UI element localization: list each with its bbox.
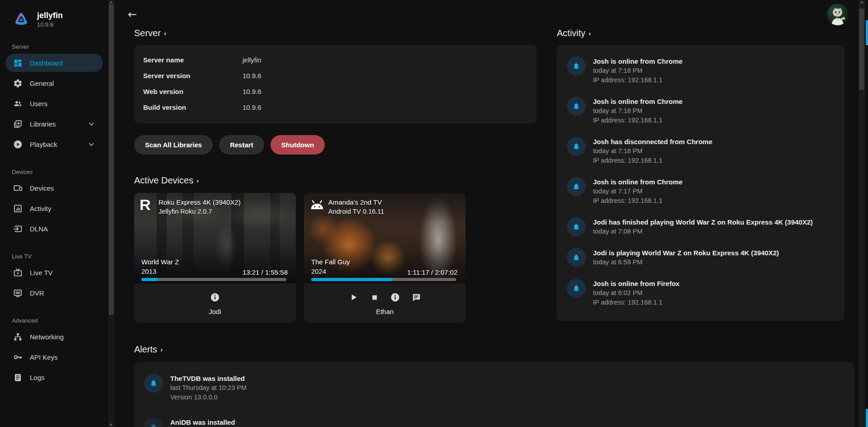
device-card-roku[interactable]: R Roku Express 4K (3940X2) Jellyfin Roku… [134,193,296,323]
app-version: 10.9.6 [37,21,63,28]
chevron-down-icon [88,121,95,127]
info-value: 10.9.6 [243,72,261,80]
android-icon [309,198,325,211]
scroll-down-icon[interactable] [109,424,113,426]
device-card-android-tv[interactable]: Amanda's 2nd TV Android TV 0.16.11 The F… [304,193,466,323]
activity-item: Josh is online from Firefox today at 6:0… [567,279,835,307]
activity-ip: IP address: 192.168.1.1 [593,196,682,206]
sidebar-item-live-tv[interactable]: Live TV [5,263,103,282]
server-info-row: Server version 10.9.6 [143,68,527,84]
server-info-row: Web version 10.9.6 [143,84,527,99]
sidebar-item-label: General [30,80,54,87]
active-devices-section-link[interactable]: Active Devices › [134,175,537,186]
activity-ip: IP address: 192.168.1.1 [593,156,712,165]
play-button[interactable] [348,292,359,303]
users-icon [13,99,23,108]
activity-title: Josh is online from Chrome [593,177,682,187]
notification-badge [144,418,163,427]
server-info-row: Server name jellyfin [143,52,527,68]
session-user: Jodi [209,308,221,315]
restart-button[interactable]: Restart [219,135,264,155]
info-value: jellyfin [243,56,261,64]
sidebar-item-label: API Keys [30,353,58,361]
sidebar-item-devices[interactable]: Devices [5,179,103,197]
chevron-right-icon: › [164,29,166,37]
app-logo-row: jellyfin 10.9.6 [0,8,108,28]
stop-button[interactable] [369,292,380,303]
message-button[interactable] [411,292,421,303]
jellyfin-logo-icon [14,11,29,27]
right-edge-accent [866,409,868,427]
sidebar-item-networking[interactable]: Networking [5,328,103,346]
sidebar-item-api-keys[interactable]: API Keys [5,348,103,366]
scan-all-libraries-button[interactable]: Scan All Libraries [134,135,213,155]
activity-title: Jodi is playing World War Z on Roku Expr… [593,248,779,258]
playback-time: 13:21 / 1:55:58 [243,268,288,276]
sidebar-item-playback[interactable]: Playback [5,135,103,153]
scroll-up-icon[interactable] [860,1,863,3]
notification-badge [567,137,586,156]
sidebar-item-users[interactable]: Users [5,94,103,113]
activity-section-link[interactable]: Activity › [557,28,845,38]
activity-time: today at 7:08 PM [593,227,813,236]
sidebar-section-live-tv: Live TV [0,253,108,260]
main-scrollbar-thumb[interactable] [859,9,864,90]
activity-title: Josh is online from Chrome [593,56,682,66]
sidebar-item-label: Networking [30,333,64,341]
sidebar-scrollbar[interactable] [108,0,114,427]
sidebar-item-dlna[interactable]: DLNA [5,220,103,238]
bell-icon [572,223,580,231]
bell-icon [572,183,580,191]
notification-badge [567,97,586,116]
back-button[interactable]: ← [128,8,137,21]
sidebar-item-activity[interactable]: Activity [5,199,103,217]
alerts-section-link[interactable]: Alerts › [134,344,537,355]
info-label: Web version [143,88,243,95]
server-section-link[interactable]: Server › [134,28,537,38]
playback-time: 1:11:17 / 2:07:02 [407,268,457,276]
activity-title: Jodi has finished playing World War Z on… [593,217,813,227]
sidebar-section-advanced: Advanced [0,317,108,324]
info-button[interactable] [390,292,401,303]
sidebar-item-libraries[interactable]: Libraries [5,115,103,133]
sidebar-item-dashboard[interactable]: Dashboard [5,54,103,72]
activity-ip: IP address: 192.168.1.1 [593,298,680,307]
logs-icon [13,372,23,382]
avatar-cat-image [827,4,849,25]
activity-time: today at 7:18 PM [593,66,682,75]
device-client: Jellyfin Roku 2.0.7 [159,207,241,216]
alert-item: AniDB was installed [144,418,845,427]
bell-icon [572,102,580,110]
main-scrollbar[interactable] [859,0,865,427]
alert-time: last Thursday at 10:23 PM [170,383,247,393]
info-value: 10.9.6 [243,88,261,95]
notification-badge [567,217,586,236]
info-button[interactable] [210,292,220,303]
sidebar-scrollbar-thumb[interactable] [109,4,114,315]
sidebar-item-label: Dashboard [30,59,63,67]
alert-item: TheTVDB was installed last Thursday at 1… [144,374,845,402]
user-avatar[interactable] [827,4,849,25]
scroll-up-icon[interactable] [109,1,113,3]
alert-detail: Version 13.0.0.0 [170,393,247,402]
sidebar-item-dvr[interactable]: DVR [5,284,103,302]
dvr-icon [13,288,23,298]
sidebar: jellyfin 10.9.6 Server Dashboard General… [0,0,108,427]
activity-title: Josh is online from Chrome [593,97,682,106]
sidebar-section-devices: Devices [0,169,108,175]
notification-badge [567,177,586,196]
sidebar-item-label: Users [30,100,47,108]
activity-time: today at 7:18 PM [593,106,682,116]
sidebar-item-general[interactable]: General [5,74,103,92]
shutdown-button[interactable]: Shutdown [271,135,325,155]
device-client: Android TV 0.16.11 [328,207,384,216]
chevron-right-icon: › [160,346,163,353]
sidebar-item-logs[interactable]: Logs [5,368,103,386]
section-title: Alerts [134,344,157,355]
key-icon [13,352,23,362]
activity-item: Josh is online from Chrome today at 7:18… [567,56,835,85]
dashboard-icon [13,58,23,68]
info-label: Build version [143,103,243,111]
playback-progress-fill [311,278,392,281]
info-value: 10.9.6 [243,103,261,111]
